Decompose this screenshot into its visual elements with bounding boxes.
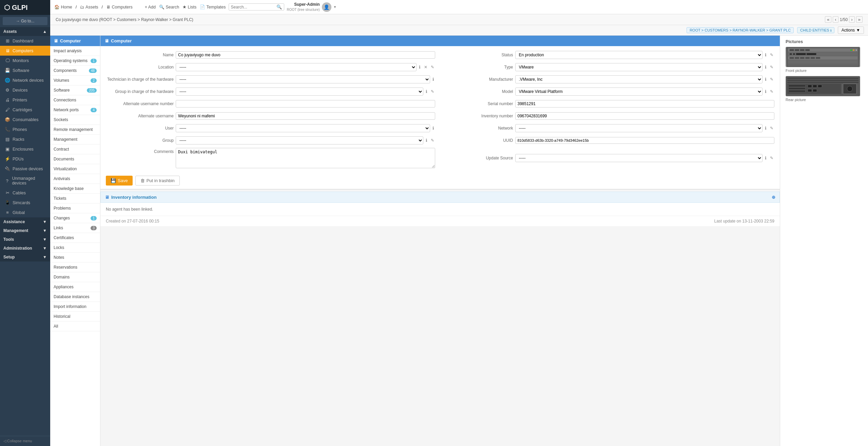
submenu-virtualization[interactable]: Virtualization (50, 164, 100, 174)
technician-select[interactable]: ----- (176, 75, 430, 83)
manufacturer-select[interactable]: .VMware, Inc (515, 75, 763, 83)
uuid-input[interactable] (515, 137, 775, 144)
submenu-impact-analysis[interactable]: Impact analysis (50, 46, 100, 56)
sidebar-section-assistance[interactable]: Assistance▼ (0, 217, 50, 226)
sidebar-item-simcards[interactable]: 📱 Simcards (0, 198, 50, 208)
sidebar-item-enclosures[interactable]: ▣ Enclosures (0, 144, 50, 154)
sidebar-section-setup[interactable]: Setup▼ (0, 253, 50, 261)
manufacturer-edit-icon[interactable]: ✎ (769, 76, 774, 82)
submenu-software[interactable]: Software205 (50, 85, 100, 95)
model-select[interactable]: VMware Virtual Platform (515, 88, 763, 96)
submenu-locks[interactable]: Locks (50, 243, 100, 253)
sidebar-item-cartridges[interactable]: 🖊 Cartridges (0, 105, 50, 115)
submenu-connections[interactable]: Connections (50, 95, 100, 105)
type-select[interactable]: VMware (515, 63, 763, 71)
sidebar-section-tools[interactable]: Tools▼ (0, 235, 50, 244)
sidebar-item-software[interactable]: 💾 Software (0, 65, 50, 75)
nav-computers[interactable]: 🖥 Computers (106, 5, 133, 9)
location-clear-icon[interactable]: ✕ (423, 64, 428, 70)
sidebar-item-computers[interactable]: 🖥 Computers (0, 46, 50, 56)
submenu-knowledge-base[interactable]: Knowledge base (50, 184, 100, 194)
submenu-problems[interactable]: Problems (50, 203, 100, 213)
submenu-sockets[interactable]: Sockets (50, 115, 100, 125)
submenu-tickets[interactable]: Tickets (50, 194, 100, 203)
group-hardware-edit-icon[interactable]: ✎ (430, 89, 435, 95)
group-hardware-select[interactable]: ----- (176, 88, 423, 96)
inventory-number-input[interactable] (515, 112, 775, 120)
location-select[interactable]: ----- (176, 63, 417, 71)
sidebar-item-monitors[interactable]: 🖵 Monitors (0, 56, 50, 65)
inventory-collapse-icon[interactable]: ⊕ (772, 195, 775, 200)
submenu-components[interactable]: Components48 (50, 66, 100, 76)
user-dropdown-icon[interactable]: ▼ (333, 5, 337, 9)
status-info-icon[interactable]: ℹ (764, 52, 768, 58)
group-edit-icon[interactable]: ✎ (430, 137, 435, 143)
sidebar-item-printers[interactable]: 🖨 Printers (0, 95, 50, 105)
sidebar-section-management[interactable]: Management▼ (0, 226, 50, 235)
submenu-operating-systems[interactable]: Operating systems1 (50, 56, 100, 66)
comments-textarea[interactable]: Duxi bimivategul (176, 148, 435, 168)
submenu-domains[interactable]: Domains (50, 272, 100, 282)
sidebar-item-network-devices[interactable]: 🌐 Network devices (0, 75, 50, 85)
prev-first-button[interactable]: « (825, 16, 831, 23)
save-button[interactable]: 💾 Save (106, 176, 133, 186)
type-info-icon[interactable]: ℹ (764, 64, 768, 70)
user-select[interactable]: ----- (176, 124, 430, 132)
next-last-button[interactable]: » (856, 16, 863, 23)
group-select[interactable]: ----- (176, 136, 423, 144)
sidebar-item-devices[interactable]: ⚙ Devices (0, 85, 50, 95)
manufacturer-info-icon[interactable]: ℹ (764, 76, 768, 82)
nav-home[interactable]: 🏠 Home (54, 4, 72, 9)
search-icon[interactable]: 🔍 (276, 4, 282, 9)
model-info-icon[interactable]: ℹ (764, 89, 768, 95)
sidebar-item-racks[interactable]: ▤ Racks (0, 134, 50, 144)
child-entities-badge[interactable]: CHILD ENTITIES ℹ (797, 27, 834, 33)
sidebar-item-consumables[interactable]: 📦 Consumables (0, 115, 50, 124)
topbar-templates[interactable]: 📄 Templates (200, 4, 226, 9)
status-edit-icon[interactable]: ✎ (769, 52, 774, 58)
alt-username-number-input[interactable] (176, 100, 435, 108)
sidebar-item-cables[interactable]: ✂ Cables (0, 188, 50, 198)
update-source-select[interactable]: ----- (515, 154, 763, 162)
submenu-remote-management[interactable]: Remote management (50, 125, 100, 135)
submenu-historical[interactable]: Historical (50, 312, 100, 322)
network-edit-icon[interactable]: ✎ (769, 125, 774, 131)
submenu-certificates[interactable]: Certificates (50, 233, 100, 243)
network-select[interactable]: ----- (515, 124, 763, 132)
submenu-management[interactable]: Management (50, 135, 100, 144)
sidebar-section-assets[interactable]: Assets ▲ (0, 27, 50, 36)
location-edit-icon[interactable]: ✎ (430, 64, 435, 70)
goto-button[interactable]: → Go to... (3, 17, 47, 25)
serial-number-input[interactable] (515, 100, 775, 108)
location-info-icon[interactable]: ℹ (418, 64, 422, 70)
sidebar-item-passive-devices[interactable]: 🔌 Passive devices (0, 164, 50, 174)
status-select[interactable]: En production (515, 51, 763, 59)
nav-assets[interactable]: 🗂 Assets (80, 5, 98, 9)
alt-username-input[interactable] (176, 112, 435, 120)
submenu-volumes[interactable]: Volumes2 (50, 76, 100, 85)
group-info-icon[interactable]: ℹ (425, 137, 428, 143)
group-hardware-info-icon[interactable]: ℹ (425, 89, 428, 95)
sidebar-item-phones[interactable]: 📞 Phones (0, 124, 50, 134)
next-button[interactable]: › (849, 16, 854, 23)
submenu-antivirals[interactable]: Antivirals (50, 174, 100, 184)
sidebar-item-global[interactable]: ≡ Global (0, 208, 50, 217)
name-input[interactable] (176, 51, 435, 59)
model-edit-icon[interactable]: ✎ (769, 89, 774, 95)
sidebar-section-administration[interactable]: Administration▼ (0, 244, 50, 253)
sidebar-item-pdus[interactable]: ⚡ PDUs (0, 154, 50, 164)
submenu-documents[interactable]: Documents (50, 154, 100, 164)
actions-button[interactable]: Actions ▼ (838, 26, 864, 34)
update-source-info-icon[interactable]: ℹ (764, 155, 768, 161)
topbar-search[interactable]: 🔍 Search (159, 4, 179, 9)
submenu-notes[interactable]: Notes (50, 253, 100, 263)
type-edit-icon[interactable]: ✎ (769, 64, 774, 70)
submenu-appliances[interactable]: Appliances (50, 282, 100, 292)
technician-info-icon[interactable]: ℹ (431, 76, 435, 82)
submenu-contract[interactable]: Contract (50, 144, 100, 154)
trash-button[interactable]: 🗑 Put in trashbin (135, 176, 180, 186)
search-input[interactable] (231, 5, 275, 9)
submenu-import-information[interactable]: Import information (50, 302, 100, 312)
sidebar-item-unmanaged[interactable]: ? Unmanaged devices (0, 174, 50, 188)
submenu-changes[interactable]: Changes1 (50, 213, 100, 223)
